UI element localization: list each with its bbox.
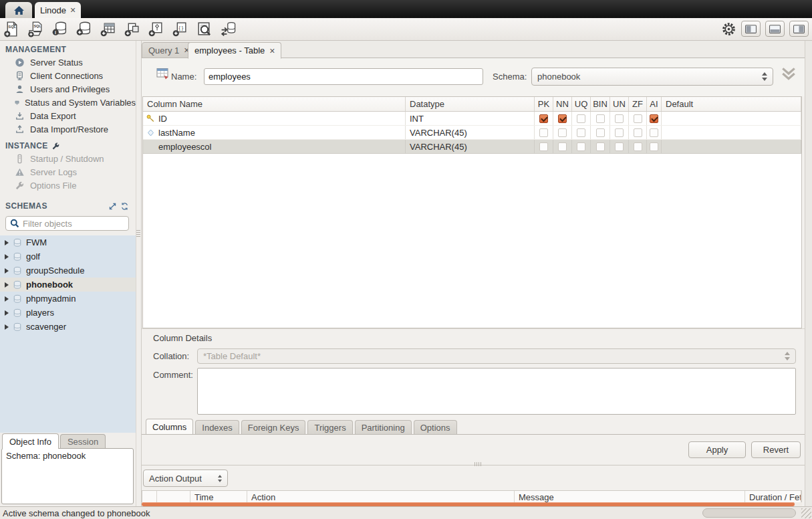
checkbox-zf[interactable]	[634, 128, 642, 137]
open-sql-script-button[interactable]: SQL	[27, 20, 45, 38]
schema-row-players[interactable]: players	[0, 306, 136, 320]
search-table-data-button[interactable]	[195, 20, 213, 38]
checkbox-ai[interactable]	[650, 114, 658, 123]
expander-icon[interactable]	[5, 324, 9, 330]
tab-object-info[interactable]: Object Info	[2, 433, 59, 449]
inspect-schema-button[interactable]: i	[51, 20, 69, 38]
col-header-default[interactable]: Default	[662, 97, 801, 111]
default-value-cell[interactable]	[662, 140, 801, 153]
output-splitter-handle[interactable]	[475, 462, 481, 466]
sidebar-item-server-status[interactable]: Server Status	[0, 56, 136, 69]
schema-select[interactable]: phonebook	[531, 68, 773, 86]
checkbox-uq[interactable]	[577, 142, 585, 151]
checkbox-bin[interactable]	[596, 114, 605, 123]
sidebar-item-server-logs[interactable]: Server Logs	[0, 165, 136, 179]
col-header-nn[interactable]: NN	[553, 97, 572, 111]
toggle-left-sidebar-button[interactable]	[741, 21, 761, 37]
checkbox-un[interactable]	[615, 128, 624, 137]
sidebar-item-status-system-variables[interactable]: Status and System Variables	[0, 96, 136, 109]
col-header-pk[interactable]: PK	[535, 97, 553, 111]
tab-partitioning[interactable]: Partitioning	[355, 420, 412, 434]
tab-indexes[interactable]: Indexes	[195, 420, 239, 434]
checkbox-zf[interactable]	[634, 114, 642, 123]
sidebar-item-startup-shutdown[interactable]: Startup / Shutdown	[0, 152, 136, 165]
tab-foreign-keys[interactable]: Foreign Keys	[241, 420, 306, 434]
reconnect-dbms-button[interactable]	[219, 20, 237, 38]
sidebar-item-data-export[interactable]: Data Export	[0, 109, 136, 122]
close-icon[interactable]: ×	[70, 5, 76, 15]
preferences-button[interactable]	[720, 21, 736, 37]
checkbox-nn[interactable]	[558, 142, 567, 151]
checkbox-nn[interactable]	[558, 128, 567, 137]
column-row-lastname[interactable]: lastName VARCHAR(45)	[143, 126, 801, 140]
default-value-cell[interactable]	[662, 126, 801, 139]
expand-schemas-icon[interactable]	[108, 202, 117, 211]
checkbox-bin[interactable]	[596, 128, 605, 137]
checkbox-un[interactable]	[615, 114, 624, 123]
expander-icon[interactable]	[5, 282, 9, 288]
col-header-un[interactable]: UN	[610, 97, 629, 111]
schema-row-phpmyadmin[interactable]: phpmyadmin	[0, 292, 136, 306]
col-header-column-name[interactable]: Column Name	[143, 97, 406, 111]
connection-tab[interactable]: Linode ×	[35, 2, 81, 18]
create-function-button[interactable]: { }	[171, 20, 189, 38]
checkbox-pk[interactable]	[539, 128, 548, 137]
home-tab[interactable]	[5, 2, 32, 18]
apply-button[interactable]: Apply	[688, 441, 746, 458]
col-header-uq[interactable]: UQ	[572, 97, 591, 111]
checkbox-nn[interactable]	[558, 114, 567, 123]
tab-employees-table[interactable]: employees - Table ×	[188, 42, 281, 59]
toggle-bottom-panel-button[interactable]	[765, 21, 785, 37]
create-view-button[interactable]	[123, 20, 141, 38]
checkbox-ai[interactable]	[650, 128, 658, 137]
sidebar-splitter[interactable]	[136, 41, 142, 506]
checkbox-pk[interactable]	[539, 114, 548, 123]
output-splitter[interactable]	[142, 465, 805, 465]
default-value-cell[interactable]	[662, 112, 801, 125]
new-sql-tab-button[interactable]: SQL	[3, 20, 21, 38]
expander-icon[interactable]	[5, 296, 9, 302]
sidebar-item-data-import[interactable]: Data Import/Restore	[0, 122, 136, 136]
close-tab-icon[interactable]: ×	[269, 46, 275, 56]
create-routine-button[interactable]	[147, 20, 165, 38]
expander-icon[interactable]	[5, 240, 9, 245]
checkbox-pk[interactable]	[539, 142, 548, 151]
create-schema-button[interactable]	[75, 20, 93, 38]
col-header-zf[interactable]: ZF	[629, 97, 647, 111]
checkbox-un[interactable]	[615, 142, 624, 151]
sidebar-item-client-connections[interactable]: Client Connections	[0, 69, 136, 82]
collation-select[interactable]: *Table Default*	[197, 348, 796, 364]
schema-filter-input[interactable]	[23, 219, 124, 229]
column-row-employeescol[interactable]: employeescol VARCHAR(45)	[143, 140, 801, 154]
schema-row-groupschedule[interactable]: groupSchedule	[0, 264, 136, 278]
checkbox-bin[interactable]	[596, 142, 605, 151]
checkbox-zf[interactable]	[634, 142, 642, 151]
sidebar-item-options-file[interactable]: Options File	[0, 179, 136, 192]
checkbox-ai[interactable]	[650, 142, 658, 151]
schema-row-fwm[interactable]: FWM	[0, 235, 136, 249]
expander-icon[interactable]	[5, 310, 9, 316]
table-name-input[interactable]	[204, 68, 483, 85]
checkbox-uq[interactable]	[577, 128, 585, 137]
create-table-button[interactable]	[99, 20, 117, 38]
column-row-id[interactable]: ID INT	[143, 112, 801, 126]
expander-icon[interactable]	[5, 268, 9, 274]
status-scrollbar-thumb[interactable]	[702, 508, 796, 518]
resize-grip[interactable]	[801, 508, 811, 518]
revert-button[interactable]: Revert	[751, 441, 801, 458]
expand-header-chevron-icon[interactable]	[781, 67, 797, 80]
schema-filter[interactable]	[5, 216, 129, 231]
comment-textarea[interactable]	[197, 368, 796, 415]
tab-options[interactable]: Options	[414, 420, 457, 434]
schema-row-phonebook[interactable]: phonebook	[0, 278, 136, 292]
tab-session[interactable]: Session	[60, 434, 106, 449]
schema-row-golf[interactable]: golf	[0, 249, 136, 264]
col-header-ai[interactable]: AI	[647, 97, 662, 111]
expander-icon[interactable]	[5, 254, 9, 260]
toggle-right-sidebar-button[interactable]	[789, 21, 809, 37]
checkbox-uq[interactable]	[577, 114, 585, 123]
schema-row-scavenger[interactable]: scavenger	[0, 320, 136, 334]
refresh-schemas-icon[interactable]	[120, 202, 129, 211]
tab-columns[interactable]: Columns	[146, 419, 193, 434]
action-output-select[interactable]: Action Output	[143, 470, 228, 487]
